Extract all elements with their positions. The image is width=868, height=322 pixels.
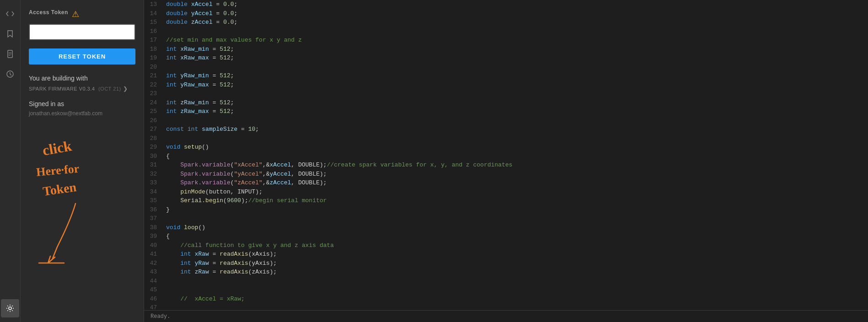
line-code: pinMode(button, INPUT); <box>162 188 868 197</box>
icon-bar <box>0 0 21 322</box>
line-number: 37 <box>144 214 162 223</box>
line-number: 22 <box>144 80 162 90</box>
line-number: 41 <box>144 250 162 259</box>
settings-icon[interactable] <box>1 299 19 317</box>
firmware-chevron-icon: ❯ <box>123 86 128 92</box>
line-code: void setup() <box>162 143 868 152</box>
token-input[interactable] <box>29 24 135 40</box>
line-number: 16 <box>144 27 162 36</box>
table-row: 23 <box>144 89 868 98</box>
line-code: double yAccel = 0.0; <box>162 9 868 18</box>
user-email: jonathan.eskow@nextfab.com <box>29 110 135 117</box>
line-code: // xAccel = xRaw; <box>162 295 868 304</box>
table-row: 28 <box>144 134 868 143</box>
line-number: 26 <box>144 116 162 125</box>
line-code: int yRaw = readAxis(yAxis); <box>162 259 868 268</box>
line-number: 35 <box>144 196 162 205</box>
sidebar-panel: Access Token ⚠ RESET TOKEN You are build… <box>21 0 144 322</box>
svg-point-5 <box>9 307 11 310</box>
line-code: //call function to give x y and z axis d… <box>162 241 868 250</box>
bookmark-icon[interactable] <box>1 25 19 43</box>
line-number: 24 <box>144 98 162 107</box>
file-icon[interactable] <box>1 45 19 63</box>
line-number: 17 <box>144 36 162 45</box>
table-row: 18 int xRaw_min = 512; <box>144 45 868 54</box>
firmware-date: (OCT 21) <box>98 86 121 91</box>
line-number: 32 <box>144 170 162 179</box>
svg-text:click: click <box>41 137 73 159</box>
line-code <box>162 303 868 310</box>
table-row: 16 <box>144 27 868 36</box>
line-number: 46 <box>144 295 162 304</box>
firmware-version: SPARK FIRMWARE V0.3.4 <box>29 86 95 91</box>
table-row: 21 int yRaw_min = 512; <box>144 71 868 80</box>
line-code: } <box>162 205 868 215</box>
line-number: 29 <box>144 143 162 152</box>
status-text: Ready. <box>151 313 170 320</box>
line-code: const int sampleSize = 10; <box>162 125 868 134</box>
line-number: 30 <box>144 152 162 161</box>
table-row: 29 void setup() <box>144 143 868 152</box>
code-editor: 13 double xAccel = 0.0; 14 double yAccel… <box>144 0 868 322</box>
line-number: 33 <box>144 178 162 188</box>
status-bar: Ready. <box>144 310 868 322</box>
table-row: 38 void loop() <box>144 223 868 232</box>
line-code <box>162 63 868 72</box>
line-code <box>162 27 868 36</box>
table-row: 20 <box>144 63 868 72</box>
line-code: double zAccel = 0.0; <box>162 18 868 27</box>
table-row: 22 int yRaw_max = 512; <box>144 80 868 90</box>
table-row: 43 int zRaw = readAxis(zAxis); <box>144 268 868 277</box>
table-row: 34 pinMode(button, INPUT); <box>144 188 868 197</box>
line-code: { <box>162 232 868 241</box>
table-row: 44 <box>144 277 868 286</box>
line-code: int yRaw_max = 512; <box>162 80 868 90</box>
line-code: int xRaw_max = 512; <box>162 54 868 63</box>
table-row: 14 double yAccel = 0.0; <box>144 9 868 18</box>
table-row: 37 <box>144 214 868 223</box>
table-row: 15 double zAccel = 0.0; <box>144 18 868 27</box>
firmware-row[interactable]: SPARK FIRMWARE V0.3.4 (OCT 21) ❯ <box>29 86 135 92</box>
table-row: 27 const int sampleSize = 10; <box>144 125 868 134</box>
line-code <box>162 89 868 98</box>
line-number: 36 <box>144 205 162 215</box>
table-row: 45 <box>144 285 868 295</box>
line-code: int zRaw = readAxis(zAxis); <box>162 268 868 277</box>
code-scroll-area[interactable]: 13 double xAccel = 0.0; 14 double yAccel… <box>144 0 868 310</box>
signed-in-section: Signed in as jonathan.eskow@nextfab.com <box>29 100 135 117</box>
line-number: 21 <box>144 71 162 80</box>
token-row: Access Token ⚠ <box>29 9 135 19</box>
line-number: 42 <box>144 259 162 268</box>
line-code: Spark.variable("yAccel",&yAccel, DOUBLE)… <box>162 170 868 179</box>
line-number: 43 <box>144 268 162 277</box>
building-with-label: You are building with <box>29 75 135 82</box>
table-row: 35 Serial.begin(9600);//begin serial mon… <box>144 196 868 205</box>
line-code: //set min and max values for x y and z <box>162 36 868 45</box>
svg-text:Token: Token <box>42 180 78 199</box>
line-number: 31 <box>144 161 162 170</box>
line-code: Spark.variable("xAccel",&xAccel, DOUBLE)… <box>162 161 868 170</box>
line-code: double xAccel = 0.0; <box>162 0 868 9</box>
line-number: 34 <box>144 188 162 197</box>
line-code: int zRaw_min = 512; <box>162 98 868 107</box>
access-token-section: Access Token ⚠ <box>29 9 135 40</box>
line-number: 13 <box>144 0 162 9</box>
table-row: 13 double xAccel = 0.0; <box>144 0 868 9</box>
clock-icon[interactable] <box>1 65 19 83</box>
svg-text:Here·for: Here·for <box>36 162 80 179</box>
table-row: 41 int xRaw = readAxis(xAxis); <box>144 250 868 259</box>
reset-token-button[interactable]: RESET TOKEN <box>29 48 135 64</box>
table-row: 46 // xAccel = xRaw; <box>144 295 868 304</box>
line-number: 25 <box>144 107 162 116</box>
table-row: 36 } <box>144 205 868 215</box>
line-number: 15 <box>144 18 162 27</box>
line-code: Serial.begin(9600);//begin serial monito… <box>162 196 868 205</box>
code-icon[interactable] <box>1 5 19 23</box>
line-number: 18 <box>144 45 162 54</box>
table-row: 26 <box>144 116 868 125</box>
signed-in-label: Signed in as <box>29 100 135 107</box>
line-code: int xRaw = readAxis(xAxis); <box>162 250 868 259</box>
line-number: 28 <box>144 134 162 143</box>
line-number: 47 <box>144 303 162 310</box>
line-number: 27 <box>144 125 162 134</box>
